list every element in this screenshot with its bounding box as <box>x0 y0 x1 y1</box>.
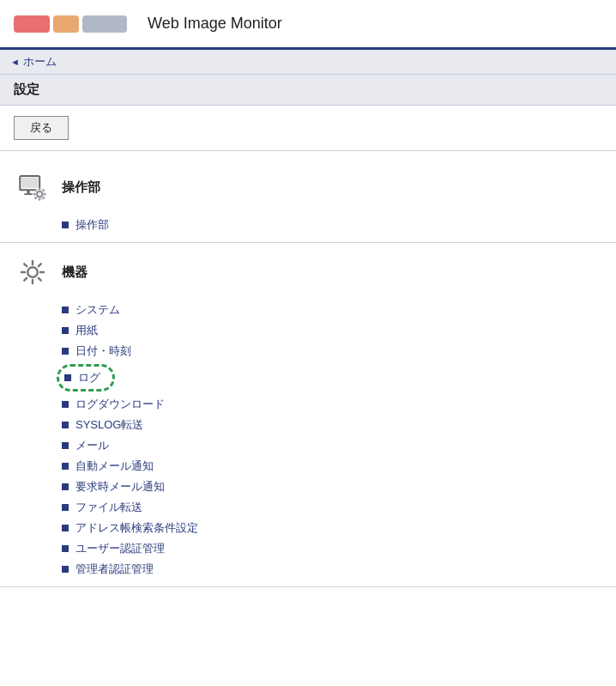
breadcrumb-home-link[interactable]: ホーム <box>23 54 57 70</box>
svg-rect-1 <box>21 178 39 188</box>
section-device: 機器 システム 用紙 日付・時刻 <box>0 243 616 587</box>
menu-item-admin-auth: 管理者認証管理 <box>62 559 602 580</box>
section-control-panel: 操作部 操作部 <box>0 158 616 243</box>
svg-rect-3 <box>24 193 33 195</box>
section-control-panel-header: 操作部 <box>14 168 602 206</box>
menu-link-syslog[interactable]: SYSLOG転送 <box>75 417 143 433</box>
menu-bullet <box>62 422 69 428</box>
svg-point-14 <box>27 267 37 276</box>
menu-item-file-transfer: ファイル転送 <box>62 497 602 518</box>
menu-link-mail[interactable]: メール <box>75 438 109 453</box>
svg-rect-2 <box>27 190 29 193</box>
menu-item-system: システム <box>62 300 602 320</box>
menu-link-request-mail[interactable]: 要求時メール通知 <box>75 479 165 495</box>
menu-item-datetime: 日付・時刻 <box>62 341 602 361</box>
menu-link-user-auth[interactable]: ユーザー認証管理 <box>75 541 165 556</box>
menu-bullet <box>62 307 69 313</box>
svg-line-12 <box>43 190 45 191</box>
menu-item-syslog: SYSLOG転送 <box>62 415 602 435</box>
log-highlight-box: ログ <box>57 364 115 392</box>
menu-link-file-transfer[interactable]: ファイル転送 <box>75 500 142 515</box>
page-title-bar: 設定 <box>0 75 616 106</box>
section-control-panel-title: 操作部 <box>62 179 100 196</box>
svg-line-21 <box>39 264 41 266</box>
menu-link-log[interactable]: ログ <box>78 370 100 385</box>
menu-bullet <box>62 222 69 228</box>
app-title: Web Image Monitor <box>148 15 282 33</box>
svg-line-11 <box>43 197 45 199</box>
button-area: 戻る <box>0 106 616 151</box>
svg-line-22 <box>24 278 27 281</box>
menu-item-auto-mail: 自動メール通知 <box>62 456 602 477</box>
section-device-title: 機器 <box>62 264 88 281</box>
menu-item-address-search: アドレス帳検索条件設定 <box>62 518 602 538</box>
svg-line-10 <box>35 190 37 191</box>
menu-item-request-mail: 要求時メール通知 <box>62 477 602 497</box>
control-panel-menu-list: 操作部 <box>14 215 602 235</box>
menu-link-system[interactable]: システム <box>75 302 120 318</box>
menu-bullet <box>62 525 69 531</box>
menu-bullet <box>62 348 69 355</box>
logo-block <box>14 15 127 33</box>
menu-bullet <box>62 504 69 511</box>
section-device-header: 機器 <box>14 253 602 291</box>
menu-item-control-panel: 操作部 <box>62 215 602 235</box>
menu-bullet <box>62 442 69 449</box>
menu-link-paper[interactable]: 用紙 <box>75 323 98 338</box>
breadcrumb-bar: ◄ ホーム <box>0 50 616 75</box>
menu-item-mail: メール <box>62 435 602 456</box>
logo-pill-red <box>14 15 50 33</box>
menu-item-user-auth: ユーザー認証管理 <box>62 538 602 559</box>
svg-line-19 <box>24 264 27 266</box>
menu-link-address-search[interactable]: アドレス帳検索条件設定 <box>75 520 198 536</box>
menu-bullet <box>64 374 71 381</box>
menu-link-datetime[interactable]: 日付・時刻 <box>75 343 131 359</box>
menu-item-log-download: ログダウンロード <box>62 394 602 415</box>
logo-pill-gray <box>82 15 127 33</box>
back-button[interactable]: 戻る <box>14 116 69 140</box>
svg-line-20 <box>39 278 41 281</box>
menu-bullet <box>62 545 69 552</box>
breadcrumb-arrow: ◄ <box>10 57 20 67</box>
menu-bullet <box>62 327 69 334</box>
menu-link-auto-mail[interactable]: 自動メール通知 <box>75 458 154 474</box>
menu-item-paper: 用紙 <box>62 320 602 341</box>
device-menu-list: システム 用紙 日付・時刻 ログ <box>14 300 602 580</box>
header: Web Image Monitor <box>0 0 616 50</box>
logo-area <box>14 15 127 33</box>
menu-link-control-panel[interactable]: 操作部 <box>75 217 109 233</box>
menu-bullet <box>62 401 69 408</box>
menu-bullet <box>62 483 69 490</box>
menu-link-admin-auth[interactable]: 管理者認証管理 <box>75 562 154 577</box>
logo-pill-orange <box>53 15 79 33</box>
svg-line-13 <box>35 197 37 199</box>
page-title: 設定 <box>14 82 39 96</box>
page-content: 設定 戻る <box>0 75 616 594</box>
menu-bullet <box>62 566 69 573</box>
menu-bullet <box>62 463 69 470</box>
menu-item-log: ログ <box>62 361 602 394</box>
monitor-icon <box>14 168 51 206</box>
menu-link-log-download[interactable]: ログダウンロード <box>75 397 165 412</box>
settings-area: 操作部 操作部 <box>0 151 616 594</box>
gear-icon <box>14 253 51 291</box>
